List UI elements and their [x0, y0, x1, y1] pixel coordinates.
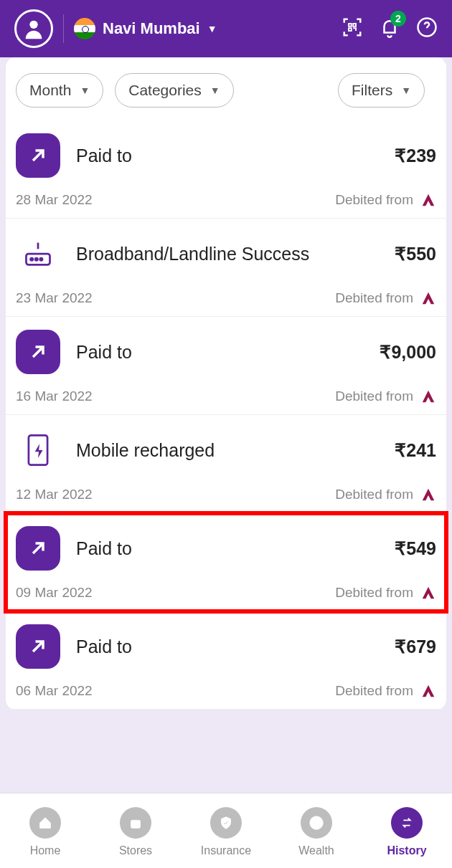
transaction-title: Paid to: [76, 146, 395, 166]
bank-logo: [420, 683, 436, 699]
bank-logo: [420, 585, 436, 601]
transaction-icon: [16, 330, 60, 374]
transaction-amount: ₹9,000: [380, 342, 436, 363]
transaction-icon: [16, 232, 60, 276]
chevron-down-icon: ▼: [210, 85, 220, 96]
filters-label: Filters: [352, 82, 392, 99]
transaction-date: 23 Mar 2022: [16, 290, 93, 306]
mobile-recharge-icon: [26, 433, 50, 467]
axis-bank-icon: [420, 388, 436, 404]
nav-insurance[interactable]: Insurance: [181, 796, 271, 868]
location-label: Navi Mumbai: [103, 19, 200, 38]
transaction-source: Debited from: [335, 192, 413, 208]
axis-bank-icon: [420, 683, 436, 699]
main-content: Month ▼ Categories ▼ Filters ▼ Paid to₹2…: [0, 57, 452, 793]
qr-scan-button[interactable]: [342, 16, 363, 41]
transaction-amount: ₹550: [395, 244, 436, 264]
nav-history[interactable]: History: [362, 796, 452, 868]
transaction-icon: [16, 133, 60, 178]
transactions-list: Paid to₹23928 Mar 2022Debited fromBroadb…: [6, 120, 446, 710]
location-selector[interactable]: Navi Mumbai ▼: [103, 19, 217, 38]
arrow-outgoing-icon: [28, 146, 48, 166]
help-icon: [416, 16, 438, 38]
header-divider: [63, 14, 64, 43]
qr-scan-icon: [342, 16, 363, 38]
svg-point-6: [31, 258, 33, 260]
chevron-down-icon: ▼: [401, 85, 411, 96]
bank-logo: [420, 290, 436, 306]
transaction-amount: ₹549: [395, 538, 436, 559]
svg-point-7: [35, 258, 37, 260]
svg-point-0: [29, 21, 37, 29]
transaction-source: Debited from: [335, 585, 413, 601]
chevron-down-icon: ▼: [207, 23, 217, 34]
chevron-down-icon: ▼: [80, 85, 90, 96]
transaction-title: Mobile recharged: [76, 440, 395, 461]
axis-bank-icon: [420, 192, 436, 208]
notification-badge: 2: [390, 11, 406, 27]
transaction-source: Debited from: [335, 290, 413, 306]
transaction-date: 06 Mar 2022: [16, 683, 93, 699]
nav-wealth-label: Wealth: [298, 844, 334, 857]
profile-avatar[interactable]: [14, 9, 53, 48]
axis-bank-icon: [420, 585, 436, 601]
bank-logo: [420, 388, 436, 404]
transaction-title: Paid to: [76, 342, 380, 363]
bank-logo: [420, 192, 436, 208]
nav-wealth[interactable]: ₹ Wealth: [271, 796, 362, 868]
filter-bar: Month ▼ Categories ▼ Filters ▼: [6, 57, 446, 120]
router-icon: [22, 238, 54, 270]
nav-home-label: Home: [30, 844, 61, 857]
transaction-amount: ₹679: [395, 636, 436, 657]
svg-rect-1: [349, 24, 352, 27]
arrow-outgoing-icon: [28, 342, 48, 362]
transaction-icon: [16, 624, 60, 669]
svg-point-8: [40, 258, 42, 260]
swap-icon: [399, 815, 415, 831]
arrow-outgoing-icon: [28, 636, 48, 657]
nav-history-label: History: [387, 844, 426, 857]
nav-home[interactable]: Home: [0, 796, 90, 868]
month-filter[interactable]: Month ▼: [16, 73, 103, 108]
filters-button[interactable]: Filters ▼: [338, 73, 425, 108]
shield-icon: [218, 815, 234, 831]
india-flag-icon: [74, 18, 95, 39]
transaction-source: Debited from: [335, 388, 413, 404]
svg-rect-3: [349, 28, 352, 31]
arrow-outgoing-icon: [28, 538, 48, 558]
transaction-amount: ₹239: [395, 146, 436, 166]
transaction-row[interactable]: Paid to₹23928 Mar 2022Debited from: [6, 120, 446, 219]
transaction-icon: [16, 526, 60, 571]
transaction-date: 28 Mar 2022: [16, 192, 93, 208]
transaction-source: Debited from: [335, 683, 413, 699]
nav-stores[interactable]: Stores: [90, 796, 181, 868]
transaction-title: Broadband/Landline Success: [76, 244, 395, 264]
nav-stores-label: Stores: [119, 844, 152, 857]
history-card: Month ▼ Categories ▼ Filters ▼ Paid to₹2…: [6, 57, 446, 710]
svg-rect-2: [353, 24, 356, 27]
transaction-icon: [16, 428, 60, 472]
notifications-button[interactable]: 2: [379, 16, 400, 41]
transaction-row[interactable]: Broadband/Landline Success₹55023 Mar 202…: [6, 219, 446, 317]
bag-icon: [128, 815, 143, 831]
app-header: Navi Mumbai ▼ 2: [0, 0, 452, 57]
transaction-date: 12 Mar 2022: [16, 487, 93, 502]
rupee-icon: ₹: [309, 815, 324, 831]
transaction-row[interactable]: Mobile recharged₹24112 Mar 2022Debited f…: [6, 415, 446, 513]
transaction-row[interactable]: Paid to₹54909 Mar 2022Debited from: [6, 513, 446, 611]
categories-filter[interactable]: Categories ▼: [115, 73, 233, 108]
month-filter-label: Month: [29, 82, 71, 99]
help-button[interactable]: [416, 16, 438, 41]
transaction-title: Paid to: [76, 538, 395, 559]
bank-logo: [420, 487, 436, 502]
axis-bank-icon: [420, 487, 436, 502]
nav-insurance-label: Insurance: [201, 844, 251, 857]
transaction-date: 16 Mar 2022: [16, 388, 93, 404]
axis-bank-icon: [420, 290, 436, 306]
categories-filter-label: Categories: [128, 82, 202, 99]
home-icon: [37, 815, 53, 831]
transaction-row[interactable]: Paid to₹9,00016 Mar 2022Debited from: [6, 317, 446, 415]
user-icon: [22, 16, 46, 41]
transaction-row[interactable]: Paid to₹67906 Mar 2022Debited from: [6, 611, 446, 710]
svg-rect-10: [131, 820, 141, 828]
